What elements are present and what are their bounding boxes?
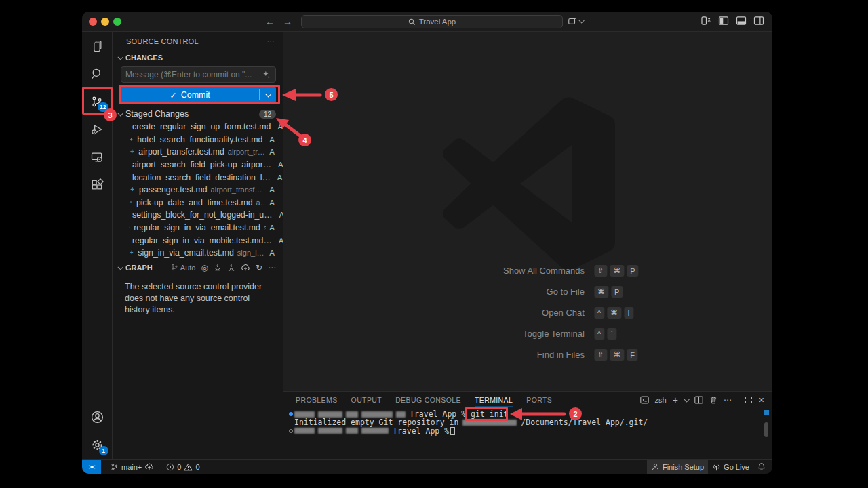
branch-name: main+ <box>121 463 142 471</box>
split-terminal-icon[interactable] <box>694 396 703 404</box>
tab-ports[interactable]: PORTS <box>526 392 552 407</box>
commit-button[interactable]: ✓ Commit <box>121 87 276 103</box>
back-icon[interactable]: ← <box>265 16 275 27</box>
file-row[interactable]: pick-up_date_and_time.test.mdairp…A <box>113 197 283 209</box>
problems-status-item[interactable]: 0 0 <box>162 460 203 474</box>
git-status-added: A <box>279 211 283 219</box>
shell-label[interactable]: zsh <box>655 396 667 404</box>
forward-icon[interactable]: → <box>283 16 292 27</box>
redacted-block <box>462 420 517 426</box>
chevron-down-icon <box>117 264 123 270</box>
push-cloud-icon[interactable] <box>241 264 250 272</box>
annotation-step-5: 5 <box>325 88 338 101</box>
key-letter: P <box>627 265 638 277</box>
copilot-menu[interactable] <box>568 16 583 26</box>
command-center-search[interactable]: Travel App <box>301 15 563 28</box>
tab-output[interactable]: OUTPUT <box>351 392 382 407</box>
tab-debug-console[interactable]: DEBUG CONSOLE <box>395 392 461 407</box>
accounts-icon[interactable] <box>82 403 113 431</box>
changes-section-header[interactable]: CHANGES <box>113 50 283 65</box>
warning-count: 0 <box>195 463 199 471</box>
file-row[interactable]: regular_sign_in_via_email.test.mdsi…A <box>113 222 283 235</box>
search-view-icon[interactable] <box>82 60 113 87</box>
chevron-down-icon <box>117 54 123 60</box>
key-shift: ⇧ <box>594 265 607 277</box>
chevron-down-icon[interactable] <box>684 396 689 402</box>
git-status-added: A <box>279 237 283 245</box>
file-row[interactable]: regular_sign_in_via_mobile.test.md…A <box>113 234 283 247</box>
vscode-window: ← → Travel App <box>82 12 772 474</box>
markdown-file-icon <box>129 224 130 232</box>
file-row[interactable]: create_regular_sign_up_form.test.mdA <box>113 121 283 134</box>
kill-terminal-trash-icon[interactable] <box>709 396 717 404</box>
file-row[interactable]: passenger.test.mdairport_transfer_s…A <box>113 184 283 197</box>
refresh-icon[interactable]: ↻ <box>256 263 262 272</box>
key-cmd: ⌘ <box>607 307 621 319</box>
file-row[interactable]: hotel_search_functionality.test.mdA <box>113 134 283 146</box>
more-actions-icon[interactable]: ⋯ <box>268 263 276 272</box>
chevron-down-icon <box>265 92 271 97</box>
auto-branch-toggle[interactable]: Auto <box>171 264 196 272</box>
fetch-icon[interactable] <box>214 264 222 272</box>
git-init-command: git init <box>471 410 508 418</box>
terminal-output[interactable]: Travel App % git init Initialized empty … <box>283 407 772 435</box>
tab-terminal[interactable]: TERMINAL <box>475 392 513 407</box>
finish-setup-button[interactable]: Finish Setup <box>647 460 708 474</box>
more-actions-icon[interactable]: ⋯ <box>267 37 275 45</box>
error-count: 0 <box>177 463 181 471</box>
customize-layout-icon[interactable] <box>701 16 711 25</box>
zoom-window-button[interactable] <box>113 18 121 26</box>
staged-changes-header[interactable]: Staged Changes 12 <box>113 107 283 121</box>
finish-setup-label: Finish Setup <box>663 463 704 471</box>
file-row[interactable]: sign_in_via_email.test.mdsign_in_fo…A <box>113 247 283 260</box>
toggle-primary-sidebar-icon[interactable] <box>718 16 729 25</box>
minimize-window-button[interactable] <box>101 18 109 26</box>
commit-message-input[interactable]: Message (⌘Enter to commit on "... <box>121 66 276 83</box>
redacted-block <box>294 411 406 418</box>
file-row[interactable]: location_search_field_destination_l…A <box>113 171 283 184</box>
terminal-icon <box>640 396 649 404</box>
git-status-added: A <box>269 186 275 194</box>
terminal-line: Initialized empty Git repository in /Doc… <box>288 418 772 426</box>
terminal-scrollbar[interactable] <box>764 422 768 437</box>
toggle-secondary-sidebar-icon[interactable] <box>753 16 764 25</box>
tab-problems[interactable]: PROBLEMS <box>296 392 338 407</box>
new-terminal-icon[interactable]: + <box>673 394 678 405</box>
go-live-button[interactable]: Go Live <box>708 460 753 474</box>
file-row[interactable]: airport_search_field_pick-up_airpor…A <box>113 159 283 171</box>
remote-indicator[interactable]: >< <box>82 460 101 474</box>
toggle-panel-icon[interactable] <box>736 16 747 25</box>
git-status-added: A <box>277 123 283 131</box>
pull-icon[interactable] <box>227 264 235 272</box>
file-row[interactable]: settings_block_for_not_logged-in_u…A <box>113 209 283 222</box>
maximize-panel-icon[interactable] <box>745 396 753 404</box>
settings-gear-icon[interactable]: 1 <box>82 431 113 459</box>
chevron-down-icon <box>578 18 584 23</box>
graph-section-header[interactable]: GRAPH Auto ◎ ↻ ⋯ <box>113 261 283 274</box>
file-name: create_regular_sign_up_form.test.md <box>132 122 271 131</box>
more-actions-icon[interactable]: ⋯ <box>724 395 732 405</box>
record-icon[interactable]: ◎ <box>201 263 208 272</box>
close-panel-icon[interactable]: × <box>759 394 764 405</box>
shortcut-label: Show All Commands <box>408 266 585 276</box>
remote-explorer-icon[interactable] <box>82 143 113 171</box>
commit-dropdown-button[interactable] <box>260 93 276 97</box>
title-bar: ← → Travel App <box>82 12 772 32</box>
terminal-line: Travel App % <box>288 427 772 435</box>
shortcut-label: Go to File <box>408 287 585 297</box>
auto-label: Auto <box>180 264 196 272</box>
file-row[interactable]: airport_transfer.test.mdairport_trans…A <box>113 146 283 159</box>
branch-status-item[interactable]: main+ <box>106 460 158 474</box>
terminal-scroll-marker <box>764 410 769 415</box>
file-name: pick-up_date_and_time.test.md <box>136 198 253 207</box>
command-success-dot <box>289 412 293 416</box>
notifications-bell[interactable] <box>753 460 772 474</box>
bell-icon <box>757 462 766 471</box>
extensions-icon[interactable] <box>82 171 113 199</box>
sparkle-icon[interactable] <box>262 70 271 79</box>
explorer-icon[interactable] <box>82 32 113 60</box>
close-window-button[interactable] <box>89 18 97 26</box>
go-live-label: Go Live <box>724 463 749 471</box>
key-letter: P <box>611 286 623 298</box>
key-cmd: ⌘ <box>610 265 624 277</box>
